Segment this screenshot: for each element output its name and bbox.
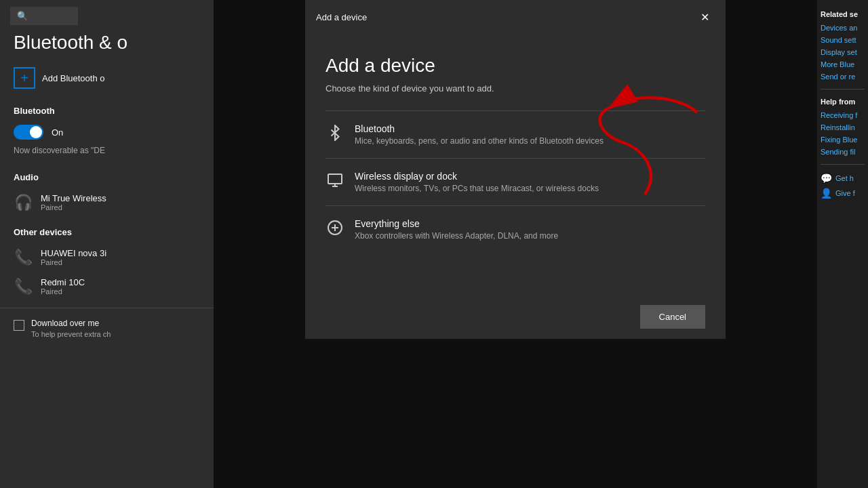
device-status: Paired: [41, 287, 85, 296]
bluetooth-option-info: Bluetooth Mice, keyboards, pens, or audi…: [355, 123, 604, 146]
audio-section-label: Audio: [0, 162, 214, 188]
search-area: 🔍: [0, 0, 214, 32]
everything-else-option-title: Everything else: [355, 218, 558, 229]
monitor-icon: [326, 172, 344, 192]
bluetooth-toggle[interactable]: [14, 125, 43, 140]
other-devices-section-label: Other devices: [0, 217, 214, 243]
svg-rect-0: [328, 174, 342, 184]
discoverable-text: Now discoverable as "DE: [0, 143, 214, 162]
download-checkbox[interactable]: [14, 320, 24, 331]
modal-heading: Add a device: [326, 55, 705, 77]
search-icon: 🔍: [17, 11, 28, 21]
headphones-icon: 🎧: [14, 194, 33, 211]
bluetooth-option-title: Bluetooth: [355, 123, 604, 134]
cancel-button[interactable]: Cancel: [640, 305, 705, 329]
toggle-on-label: On: [52, 127, 63, 138]
list-item[interactable]: 📞 HUAWEI nova 3i Paired: [0, 243, 214, 272]
list-item[interactable]: 🎧 Mi True Wireless Paired: [0, 188, 214, 217]
wireless-display-option-desc: Wireless monitors, TVs, or PCs that use …: [355, 184, 599, 193]
plus-circle-icon: [326, 220, 344, 240]
help-link-fixing[interactable]: Fixing Blue: [821, 136, 865, 144]
modal-subtitle: Choose the kind of device you want to ad…: [326, 83, 705, 94]
add-bluetooth-label: Add Bluetooth o: [42, 73, 105, 83]
device-status: Paired: [41, 203, 106, 211]
related-section-title: Related se: [821, 10, 865, 18]
add-device-modal: Add a device ✕ Add a device Choose the k…: [305, 0, 726, 339]
person-icon: 👤: [821, 188, 832, 199]
chat-icon: 💬: [821, 173, 832, 184]
related-link-display[interactable]: Display set: [821, 48, 865, 56]
phone-icon: 📞: [14, 249, 33, 266]
everything-else-option[interactable]: Everything else Xbox controllers with Wi…: [326, 205, 705, 253]
main-content: Add a device ✕ Add a device Choose the k…: [214, 0, 817, 488]
plus-icon: +: [14, 67, 35, 89]
device-status: Paired: [41, 258, 106, 266]
related-link-sound[interactable]: Sound sett: [821, 36, 865, 44]
download-row: Download over me To help prevent extra c…: [0, 308, 214, 348]
everything-else-option-desc: Xbox controllers with Wireless Adapter, …: [355, 231, 558, 241]
right-divider: [821, 89, 865, 89]
device-name: Redmi 10C: [41, 277, 85, 287]
give-feedback-link[interactable]: Give f: [835, 189, 855, 197]
wireless-display-option[interactable]: Wireless display or dock Wireless monito…: [326, 158, 705, 205]
add-bluetooth-button[interactable]: + Add Bluetooth o: [0, 60, 214, 96]
modal-footer: Cancel: [305, 295, 726, 339]
get-help-item[interactable]: 💬 Get h: [821, 173, 865, 184]
phone-icon: 📞: [14, 278, 33, 296]
bluetooth-option[interactable]: Bluetooth Mice, keyboards, pens, or audi…: [326, 110, 705, 158]
left-sidebar: 🔍 Bluetooth & o + Add Bluetooth o Blueto…: [0, 0, 214, 488]
device-info: HUAWEI nova 3i Paired: [41, 248, 106, 266]
right-sidebar: Related se Devices an Sound sett Display…: [817, 0, 868, 488]
bluetooth-section-label: Bluetooth: [0, 96, 214, 121]
page-title: Bluetooth & o: [0, 32, 214, 60]
device-name: Mi True Wireless: [41, 193, 106, 203]
download-sublabel: To help prevent extra ch: [31, 330, 111, 338]
download-label: Download over me: [31, 319, 111, 328]
device-info: Mi True Wireless Paired: [41, 193, 106, 211]
related-link-devices[interactable]: Devices an: [821, 24, 865, 32]
help-link-receiving[interactable]: Receiving f: [821, 111, 865, 119]
list-item[interactable]: 📞 Redmi 10C Paired: [0, 272, 214, 301]
device-name: HUAWEI nova 3i: [41, 248, 106, 258]
right-divider-2: [821, 164, 865, 165]
related-link-more-blue[interactable]: More Blue: [821, 60, 865, 68]
bluetooth-option-desc: Mice, keyboards, pens, or audio and othe…: [355, 136, 604, 146]
modal-title-bar-text: Add a device: [316, 12, 367, 22]
modal-overlay: Add a device ✕ Add a device Choose the k…: [214, 0, 817, 488]
help-link-reinstalling[interactable]: Reinstallin: [821, 123, 865, 131]
wireless-display-option-info: Wireless display or dock Wireless monito…: [355, 171, 599, 193]
give-feedback-item[interactable]: 👤 Give f: [821, 188, 865, 199]
help-link-sending[interactable]: Sending fil: [821, 148, 865, 156]
everything-else-option-info: Everything else Xbox controllers with Wi…: [355, 218, 558, 241]
modal-close-button[interactable]: ✕: [695, 8, 715, 26]
modal-body: Add a device Choose the kind of device y…: [305, 35, 726, 295]
help-section-title: Help from: [821, 98, 865, 106]
bluetooth-toggle-row: On: [0, 121, 214, 143]
bluetooth-icon: [326, 125, 344, 145]
search-box[interactable]: 🔍: [10, 7, 78, 25]
modal-header: Add a device ✕: [305, 0, 726, 35]
related-link-send[interactable]: Send or re: [821, 73, 865, 81]
get-help-link[interactable]: Get h: [835, 174, 854, 182]
device-info: Redmi 10C Paired: [41, 277, 85, 296]
wireless-display-option-title: Wireless display or dock: [355, 171, 599, 182]
